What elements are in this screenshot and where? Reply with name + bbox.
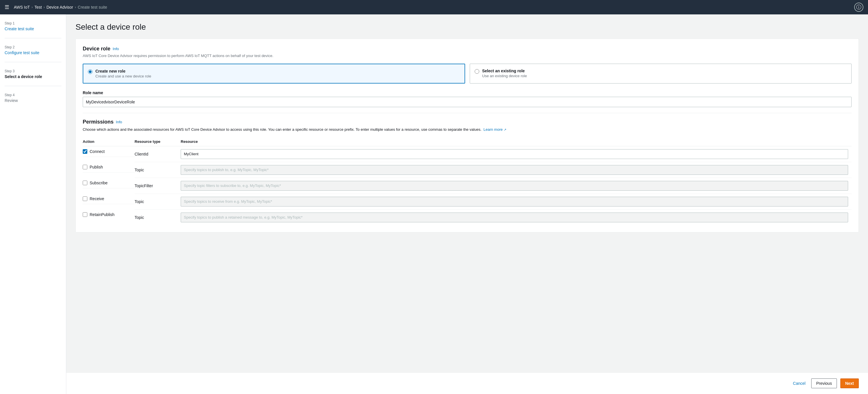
- perm-action-label-3: Receive: [90, 196, 104, 201]
- previous-button[interactable]: Previous: [811, 379, 837, 388]
- perm-resource-cell-1: [181, 162, 851, 178]
- permissions-header: Permissions Info: [83, 119, 851, 125]
- content-area: Select a device role Device role Info AW…: [66, 14, 868, 372]
- role-name-field: Role name: [83, 91, 851, 107]
- perm-resource-cell-0: [181, 146, 851, 162]
- perm-checkbox-subscribe[interactable]: [83, 180, 87, 185]
- perm-action-label-2: Subscribe: [90, 180, 107, 185]
- perm-resource-cell-2: [181, 178, 851, 194]
- top-nav: ☰ AWS IoT › Test › Device Advisor › Crea…: [0, 0, 868, 14]
- main-layout: Step 1 Create test suite Step 2 Configur…: [0, 14, 868, 394]
- permissions-info-link[interactable]: Info: [116, 120, 122, 124]
- next-button[interactable]: Next: [840, 379, 859, 388]
- page-title: Select a device role: [75, 23, 859, 32]
- help-icon[interactable]: ⓘ: [854, 3, 863, 12]
- permissions-section: Permissions Info Choose which actions an…: [83, 119, 851, 225]
- table-row: ConnectClientId: [83, 146, 851, 162]
- perm-action-cell-1: Publish: [83, 162, 134, 172]
- perm-resource-type-0: ClientId: [134, 146, 181, 162]
- perm-resource-type-2: TopicFilter: [134, 178, 181, 194]
- device-role-info-link[interactable]: Info: [113, 47, 119, 51]
- perm-resource-type-3: Topic: [134, 194, 181, 209]
- perm-action-label-1: Publish: [90, 165, 103, 169]
- breadcrumb-device-advisor[interactable]: Device Advisor: [46, 5, 73, 9]
- footer: Cancel Previous Next: [66, 372, 868, 394]
- table-row: SubscribeTopicFilter: [83, 178, 851, 194]
- perm-resource-input-subscribe[interactable]: [181, 181, 848, 191]
- sidebar-item-review: Review: [5, 98, 18, 103]
- sidebar-step-3: Step 3 Select a device role: [5, 69, 61, 79]
- create-new-role-desc: Create and use a new device role: [95, 74, 151, 78]
- perm-resource-cell-4: [181, 209, 851, 225]
- perm-checkbox-retainpublish[interactable]: [83, 212, 87, 217]
- perm-resource-cell-3: [181, 194, 851, 209]
- create-new-role-title: Create new role: [95, 69, 151, 73]
- sidebar-step-2: Step 2 Configure test suite: [5, 45, 61, 55]
- perm-resource-input-retainpublish[interactable]: [181, 212, 848, 222]
- section-divider: [83, 113, 851, 113]
- sidebar-divider-3: [5, 86, 61, 86]
- perm-resource-input-receive[interactable]: [181, 197, 848, 206]
- select-existing-role-radio[interactable]: [475, 69, 479, 74]
- main-card: Device role Info AWS IoT Core Device Adv…: [75, 39, 859, 232]
- device-role-header: Device role Info: [83, 46, 851, 52]
- sidebar-step-1: Step 1 Create test suite: [5, 21, 61, 31]
- select-existing-role-desc: Use an existing device role: [482, 74, 527, 78]
- sidebar-item-select-device-role: Select a device role: [5, 74, 42, 79]
- device-role-section: Device role Info AWS IoT Core Device Adv…: [83, 46, 851, 107]
- external-link-icon: ↗: [504, 128, 506, 131]
- breadcrumb-current: Create test suite: [78, 5, 107, 9]
- device-role-description: AWS IoT Core Device Advisor requires per…: [83, 54, 851, 58]
- col-resource: Resource: [181, 137, 851, 146]
- breadcrumb: AWS IoT › Test › Device Advisor › Create…: [14, 5, 107, 9]
- perm-action-cell-2: Subscribe: [83, 178, 134, 188]
- col-resource-type: Resource type: [134, 137, 181, 146]
- role-name-input[interactable]: [83, 97, 851, 107]
- sidebar-divider-2: [5, 62, 61, 62]
- perm-resource-type-1: Topic: [134, 162, 181, 178]
- select-existing-role-option[interactable]: Select an existing role Use an existing …: [470, 64, 851, 84]
- table-row: ReceiveTopic: [83, 194, 851, 209]
- step-1-label: Step 1: [5, 21, 61, 25]
- sidebar-divider-1: [5, 38, 61, 38]
- sidebar-item-create-test-suite[interactable]: Create test suite: [5, 27, 34, 31]
- step-3-label: Step 3: [5, 69, 61, 73]
- permissions-table: Action Resource type Resource ConnectCli…: [83, 137, 851, 225]
- breadcrumb-sep-3: ›: [75, 5, 76, 9]
- breadcrumb-aws-iot[interactable]: AWS IoT: [14, 5, 30, 9]
- perm-resource-input-connect[interactable]: [181, 149, 848, 159]
- role-name-label: Role name: [83, 91, 851, 95]
- select-existing-role-content: Select an existing role Use an existing …: [482, 69, 527, 78]
- sidebar-item-configure-test-suite[interactable]: Configure test suite: [5, 51, 39, 55]
- content-wrapper: Select a device role Device role Info AW…: [66, 14, 868, 394]
- perm-resource-input-publish[interactable]: [181, 165, 848, 175]
- perm-checkbox-connect[interactable]: [83, 149, 87, 154]
- hamburger-icon[interactable]: ☰: [5, 4, 9, 10]
- perm-checkbox-publish[interactable]: [83, 165, 87, 169]
- perm-action-cell-3: Receive: [83, 194, 134, 204]
- cancel-button[interactable]: Cancel: [791, 379, 808, 388]
- learn-more-link[interactable]: Learn more ↗: [484, 127, 506, 132]
- step-4-label: Step 4: [5, 93, 61, 97]
- select-existing-role-title: Select an existing role: [482, 69, 527, 73]
- perm-action-cell-0: Connect: [83, 146, 134, 157]
- device-role-title: Device role: [83, 46, 111, 52]
- breadcrumb-sep-2: ›: [43, 5, 45, 9]
- perm-resource-type-4: Topic: [134, 209, 181, 225]
- perm-action-cell-4: RetainPublish: [83, 209, 134, 220]
- breadcrumb-test[interactable]: Test: [35, 5, 42, 9]
- create-new-role-option[interactable]: Create new role Create and use a new dev…: [83, 64, 465, 84]
- create-new-role-content: Create new role Create and use a new dev…: [95, 69, 151, 78]
- col-action: Action: [83, 137, 134, 146]
- sidebar: Step 1 Create test suite Step 2 Configur…: [0, 14, 66, 394]
- perm-checkbox-receive[interactable]: [83, 196, 87, 201]
- permissions-title: Permissions: [83, 119, 114, 125]
- role-type-options: Create new role Create and use a new dev…: [83, 64, 851, 84]
- table-row: RetainPublishTopic: [83, 209, 851, 225]
- permissions-description: Choose which actions and the associated …: [83, 127, 851, 132]
- sidebar-step-4: Step 4 Review: [5, 93, 61, 103]
- create-new-role-radio[interactable]: [88, 69, 93, 74]
- breadcrumb-sep-1: ›: [32, 5, 33, 9]
- perm-action-label-4: RetainPublish: [90, 212, 115, 217]
- perm-action-label-0: Connect: [90, 149, 104, 154]
